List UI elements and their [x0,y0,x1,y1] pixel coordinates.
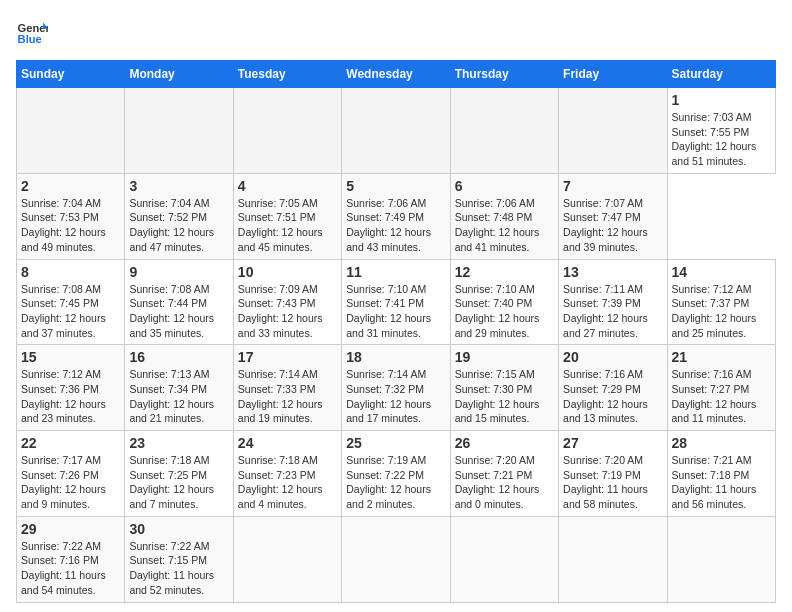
calendar-cell-26: 26Sunrise: 7:20 AMSunset: 7:21 PMDayligh… [450,431,558,517]
calendar-cell-16: 16Sunrise: 7:13 AMSunset: 7:34 PMDayligh… [125,345,233,431]
calendar-cell-30: 30Sunrise: 7:22 AMSunset: 7:15 PMDayligh… [125,516,233,602]
calendar-cell-17: 17Sunrise: 7:14 AMSunset: 7:33 PMDayligh… [233,345,341,431]
calendar-cell-empty [342,516,450,602]
calendar-cell-8: 8Sunrise: 7:08 AMSunset: 7:45 PMDaylight… [17,259,125,345]
calendar-cell-13: 13Sunrise: 7:11 AMSunset: 7:39 PMDayligh… [559,259,667,345]
calendar-cell-23: 23Sunrise: 7:18 AMSunset: 7:25 PMDayligh… [125,431,233,517]
calendar-cell-3: 3Sunrise: 7:04 AMSunset: 7:52 PMDaylight… [125,173,233,259]
calendar-cell-empty [450,516,558,602]
col-saturday: Saturday [667,61,775,88]
page-header: General Blue [16,16,776,48]
col-thursday: Thursday [450,61,558,88]
calendar-cell-empty [17,88,125,174]
calendar-cell-empty [450,88,558,174]
calendar-cell-20: 20Sunrise: 7:16 AMSunset: 7:29 PMDayligh… [559,345,667,431]
calendar-cell-19: 19Sunrise: 7:15 AMSunset: 7:30 PMDayligh… [450,345,558,431]
calendar-cell-24: 24Sunrise: 7:18 AMSunset: 7:23 PMDayligh… [233,431,341,517]
calendar-cell-22: 22Sunrise: 7:17 AMSunset: 7:26 PMDayligh… [17,431,125,517]
calendar-cell-15: 15Sunrise: 7:12 AMSunset: 7:36 PMDayligh… [17,345,125,431]
calendar-cell-empty [233,88,341,174]
calendar-cell-empty [559,516,667,602]
calendar-body: 1Sunrise: 7:03 AMSunset: 7:55 PMDaylight… [17,88,776,603]
calendar-cell-10: 10Sunrise: 7:09 AMSunset: 7:43 PMDayligh… [233,259,341,345]
logo-icon: General Blue [16,16,48,48]
calendar-cell-18: 18Sunrise: 7:14 AMSunset: 7:32 PMDayligh… [342,345,450,431]
calendar-cell-11: 11Sunrise: 7:10 AMSunset: 7:41 PMDayligh… [342,259,450,345]
calendar-cell-21: 21Sunrise: 7:16 AMSunset: 7:27 PMDayligh… [667,345,775,431]
calendar-cell-1: 1Sunrise: 7:03 AMSunset: 7:55 PMDaylight… [667,88,775,174]
calendar-cell-29: 29Sunrise: 7:22 AMSunset: 7:16 PMDayligh… [17,516,125,602]
calendar-header: SundayMondayTuesdayWednesdayThursdayFrid… [17,61,776,88]
logo: General Blue [16,16,48,48]
calendar-cell-28: 28Sunrise: 7:21 AMSunset: 7:18 PMDayligh… [667,431,775,517]
calendar-cell-9: 9Sunrise: 7:08 AMSunset: 7:44 PMDaylight… [125,259,233,345]
calendar-cell-14: 14Sunrise: 7:12 AMSunset: 7:37 PMDayligh… [667,259,775,345]
col-tuesday: Tuesday [233,61,341,88]
col-sunday: Sunday [17,61,125,88]
calendar-cell-7: 7Sunrise: 7:07 AMSunset: 7:47 PMDaylight… [559,173,667,259]
calendar-cell-empty [559,88,667,174]
calendar-cell-6: 6Sunrise: 7:06 AMSunset: 7:48 PMDaylight… [450,173,558,259]
calendar-cell-5: 5Sunrise: 7:06 AMSunset: 7:49 PMDaylight… [342,173,450,259]
calendar-cell-4: 4Sunrise: 7:05 AMSunset: 7:51 PMDaylight… [233,173,341,259]
calendar-cell-empty [342,88,450,174]
col-monday: Monday [125,61,233,88]
calendar-cell-12: 12Sunrise: 7:10 AMSunset: 7:40 PMDayligh… [450,259,558,345]
calendar-table: SundayMondayTuesdayWednesdayThursdayFrid… [16,60,776,603]
calendar-cell-2: 2Sunrise: 7:04 AMSunset: 7:53 PMDaylight… [17,173,125,259]
calendar-cell-27: 27Sunrise: 7:20 AMSunset: 7:19 PMDayligh… [559,431,667,517]
svg-text:Blue: Blue [18,33,42,45]
calendar-cell-empty [233,516,341,602]
col-friday: Friday [559,61,667,88]
calendar-cell-empty [125,88,233,174]
col-wednesday: Wednesday [342,61,450,88]
calendar-cell-empty [667,516,775,602]
calendar-cell-25: 25Sunrise: 7:19 AMSunset: 7:22 PMDayligh… [342,431,450,517]
